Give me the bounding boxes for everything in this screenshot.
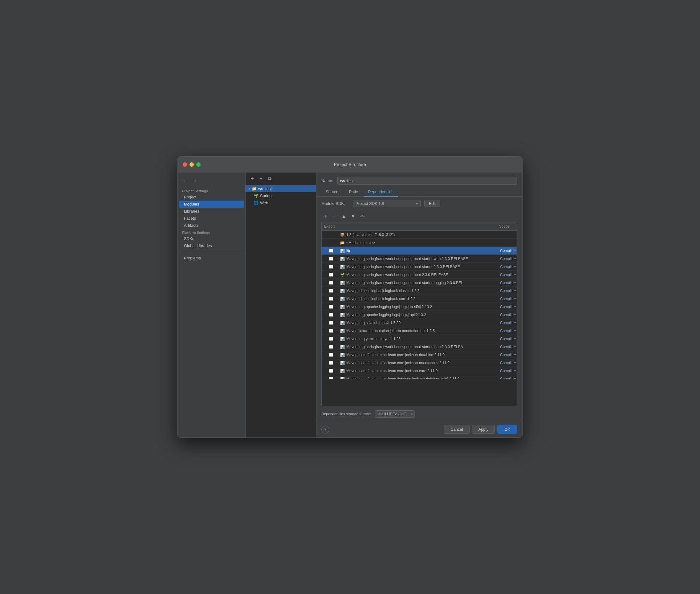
sidebar-item-project[interactable]: Project bbox=[178, 194, 245, 201]
storage-select[interactable]: IntelliJ IDEA (.iml) bbox=[375, 410, 415, 418]
dep-row-jdk[interactable]: 📦 1.8 (java version "1.8.0_312") bbox=[322, 231, 517, 239]
forward-button[interactable]: → bbox=[191, 177, 198, 184]
dep-row-12[interactable]: 📊Maven: com.fasterxml.jackson.core:jacks… bbox=[322, 351, 517, 359]
dep-edit-button[interactable]: ✏ bbox=[358, 212, 366, 220]
dep-row-2[interactable]: 🌱Maven: org.springframework.boot:spring-… bbox=[322, 271, 517, 279]
sidebar-item-global-libraries[interactable]: Global Libraries bbox=[178, 242, 245, 249]
dep-check-12[interactable] bbox=[329, 353, 333, 357]
dep-scope-dropdown-icon[interactable]: ▾ bbox=[514, 377, 516, 378]
tab-paths[interactable]: Paths bbox=[345, 188, 364, 197]
dep-name-val: Maven: ch.qos.logback:logback-core:1.2.3 bbox=[346, 297, 415, 301]
window-title: Project Structure bbox=[334, 162, 366, 167]
tabs-bar: Sources Paths Dependencies bbox=[316, 188, 522, 197]
dep-remove-button[interactable]: − bbox=[331, 212, 339, 220]
cancel-button[interactable]: Cancel bbox=[444, 425, 469, 434]
dep-name-module-source: 📂 <Module source> bbox=[340, 241, 486, 245]
dep-scope-dropdown-icon[interactable]: ▾ bbox=[514, 257, 516, 260]
tab-sources[interactable]: Sources bbox=[321, 188, 345, 197]
dep-check-4[interactable] bbox=[329, 289, 333, 293]
dep-row-15[interactable]: 📊Maven: com.fasterxml.jackson.datatype:j… bbox=[322, 375, 517, 378]
dep-add-button[interactable]: + bbox=[321, 212, 329, 220]
dep-row-10[interactable]: 📊Maven: org.yaml:snakeyaml:1.26 Compile▾ bbox=[322, 335, 517, 343]
dep-checkbox-lib[interactable] bbox=[322, 249, 340, 253]
dep-scope-dropdown-icon[interactable]: ▾ bbox=[514, 353, 516, 357]
dep-row-lib[interactable]: 📊 lib Compile ▾ bbox=[322, 247, 517, 255]
dep-check-0[interactable] bbox=[329, 257, 333, 261]
dep-scope-dropdown-icon[interactable]: ▾ bbox=[514, 249, 516, 252]
dep-scope-dropdown-icon[interactable]: ▾ bbox=[514, 313, 516, 317]
dep-row-9[interactable]: 📊Maven: jakarta.annotation:jakarta.annot… bbox=[322, 327, 517, 335]
dep-check-15[interactable] bbox=[329, 377, 333, 378]
dep-row-14[interactable]: 📊Maven: com.fasterxml.jackson.core:jacks… bbox=[322, 367, 517, 375]
dep-scope-dropdown-icon[interactable]: ▾ bbox=[514, 329, 516, 332]
dep-row-13[interactable]: 📊Maven: com.fasterxml.jackson.core:jacks… bbox=[322, 359, 517, 367]
dep-check-8[interactable] bbox=[329, 321, 333, 325]
dep-check-10[interactable] bbox=[329, 337, 333, 341]
dep-row-3[interactable]: 📊Maven: org.springframework.boot:spring-… bbox=[322, 279, 517, 287]
tree-item-spring[interactable]: 🌱 Spring bbox=[245, 192, 316, 199]
dep-scope-dropdown-icon[interactable]: ▾ bbox=[514, 273, 516, 276]
dep-scope-val: Compile bbox=[500, 289, 513, 293]
dep-check-9[interactable] bbox=[329, 329, 333, 333]
window-controls[interactable] bbox=[183, 162, 201, 167]
back-button[interactable]: ← bbox=[181, 177, 189, 184]
sidebar-item-problems[interactable]: Problems bbox=[178, 255, 245, 262]
close-button[interactable] bbox=[183, 162, 187, 167]
dep-scope-dropdown-icon[interactable]: ▾ bbox=[514, 321, 516, 324]
sidebar-item-libraries[interactable]: Libraries bbox=[178, 208, 245, 215]
dep-row-1[interactable]: 📊Maven: org.springframework.boot:spring-… bbox=[322, 263, 517, 271]
dep-scope-dropdown-icon[interactable]: ▾ bbox=[514, 361, 516, 364]
apply-button[interactable]: Apply bbox=[472, 425, 495, 434]
dep-row-module-source[interactable]: 📂 <Module source> bbox=[322, 239, 517, 247]
sdk-row: Module SDK: Project SDK 1.8 Edit bbox=[316, 197, 522, 210]
dep-up-button[interactable]: ▲ bbox=[340, 212, 348, 220]
dep-scope-lib[interactable]: Compile ▾ bbox=[486, 249, 517, 253]
tree-item-ws_test[interactable]: ▾ 📁 ws_test bbox=[245, 185, 316, 192]
help-button[interactable]: ? bbox=[321, 426, 329, 433]
sidebar-item-facets[interactable]: Facets bbox=[178, 215, 245, 222]
dep-scope-dropdown-icon[interactable]: ▾ bbox=[514, 305, 516, 308]
dep-row-11[interactable]: 📊Maven: org.springframework.boot:spring-… bbox=[322, 343, 517, 351]
dep-check-lib[interactable] bbox=[329, 249, 333, 253]
minimize-button[interactable] bbox=[190, 162, 194, 167]
dep-row-4[interactable]: 📊Maven: ch.qos.logback:logback-classic:1… bbox=[322, 287, 517, 295]
maven-icon: 📊 bbox=[340, 257, 345, 261]
sidebar-item-artifacts[interactable]: Artifacts bbox=[178, 222, 245, 229]
dep-check-1[interactable] bbox=[329, 265, 333, 269]
dep-scope-dropdown-icon[interactable]: ▾ bbox=[514, 337, 516, 340]
sdk-edit-button[interactable]: Edit bbox=[424, 200, 440, 207]
name-input[interactable] bbox=[337, 177, 517, 185]
dep-scope-dropdown-icon[interactable]: ▾ bbox=[514, 345, 516, 349]
dep-row-6[interactable]: 📊Maven: org.apache.logging.log4j:log4j-t… bbox=[322, 303, 517, 311]
dep-down-button[interactable]: ▼ bbox=[349, 212, 357, 220]
dep-scope-dropdown-icon[interactable]: ▾ bbox=[514, 289, 516, 292]
dep-scope-dropdown-icon[interactable]: ▾ bbox=[514, 369, 516, 372]
dep-row-0[interactable]: 📊Maven: org.springframework.boot:spring-… bbox=[322, 255, 517, 263]
tree-add-button[interactable]: + bbox=[248, 175, 256, 183]
dep-check-2[interactable] bbox=[329, 273, 333, 277]
dep-check-3[interactable] bbox=[329, 281, 333, 285]
dep-check-6[interactable] bbox=[329, 305, 333, 309]
dep-name-val: Maven: org.apache.logging.log4j:log4j-to… bbox=[346, 305, 432, 309]
sidebar-item-modules[interactable]: Modules bbox=[179, 201, 244, 208]
tree-remove-button[interactable]: − bbox=[257, 175, 265, 183]
sidebar-item-sdks[interactable]: SDKs bbox=[178, 235, 245, 242]
dep-scope-dropdown-icon[interactable]: ▾ bbox=[514, 297, 516, 300]
dep-scope-dropdown-icon[interactable]: ▾ bbox=[514, 281, 516, 284]
dep-check-7[interactable] bbox=[329, 313, 333, 317]
maven-boot-icon: 🌱 bbox=[340, 273, 345, 277]
ok-button[interactable]: OK bbox=[497, 425, 517, 434]
tree-copy-button[interactable]: ⧉ bbox=[266, 175, 273, 183]
tab-dependencies[interactable]: Dependencies bbox=[364, 188, 398, 197]
dep-row-7[interactable]: 📊Maven: org.apache.logging.log4j:log4j-a… bbox=[322, 311, 517, 319]
dep-check-11[interactable] bbox=[329, 345, 333, 349]
dep-check-13[interactable] bbox=[329, 361, 333, 365]
dep-scope-dropdown-icon[interactable]: ▾ bbox=[514, 265, 516, 268]
dep-row-5[interactable]: 📊Maven: ch.qos.logback:logback-core:1.2.… bbox=[322, 295, 517, 303]
dep-row-8[interactable]: 📊Maven: org.slf4j:jul-to-slf4j:1.7.30 Co… bbox=[322, 319, 517, 327]
maximize-button[interactable] bbox=[196, 162, 201, 167]
dep-check-14[interactable] bbox=[329, 369, 333, 373]
tree-item-web[interactable]: 🌐 Web bbox=[245, 199, 316, 206]
dep-check-5[interactable] bbox=[329, 297, 333, 301]
sdk-select[interactable]: Project SDK 1.8 bbox=[353, 200, 421, 207]
